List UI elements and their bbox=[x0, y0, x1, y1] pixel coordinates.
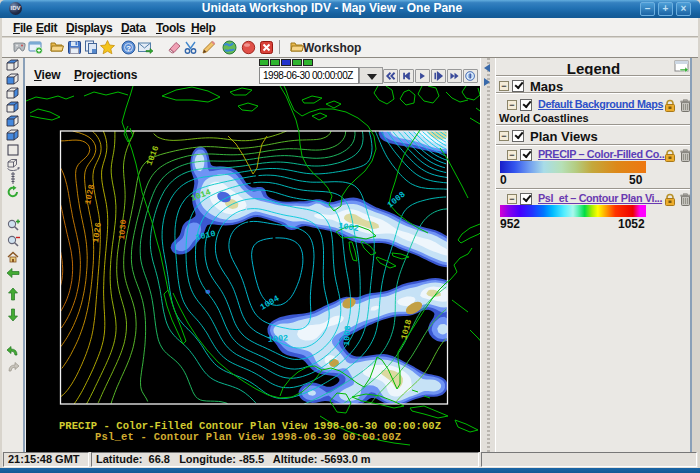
svg-text:1004: 1004 bbox=[259, 294, 282, 313]
svg-text:1030: 1030 bbox=[117, 219, 129, 240]
svg-text:?: ? bbox=[126, 44, 131, 53]
svg-text:1016: 1016 bbox=[145, 144, 162, 167]
svg-text:Psl_et - Contour Plan View 199: Psl_et - Contour Plan View 1998-06-30 00… bbox=[95, 431, 401, 443]
svg-text:1002: 1002 bbox=[267, 333, 288, 345]
svg-text:1008: 1008 bbox=[386, 190, 408, 211]
svg-text:1026: 1026 bbox=[91, 222, 104, 244]
svg-text:1008: 1008 bbox=[342, 325, 353, 346]
